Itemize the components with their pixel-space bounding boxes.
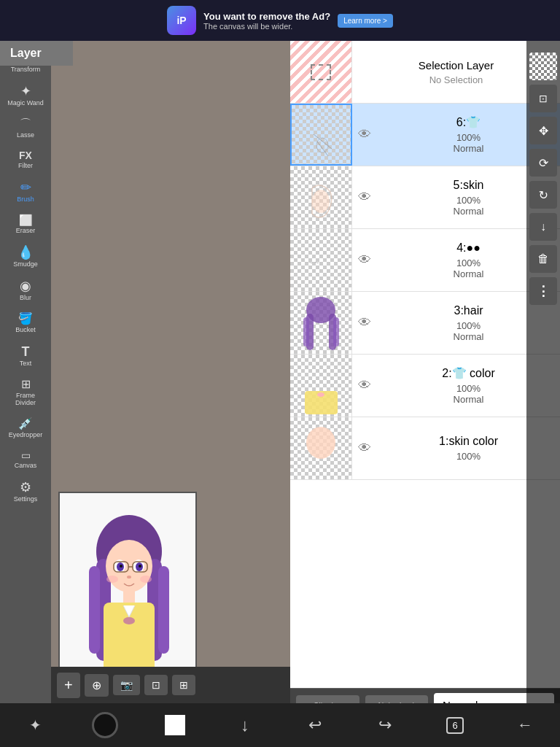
canvas-label: Canvas [15, 462, 37, 469]
layer-6-visibility-toggle[interactable]: 👁 [352, 121, 377, 148]
add-button[interactable]: + [57, 673, 80, 698]
layer-row-6[interactable]: 👁 6:👕 100% Normal [290, 104, 560, 166]
layer-5-thumb [290, 166, 352, 228]
nav-color-button[interactable] [87, 707, 123, 743]
text-label: Text [20, 360, 32, 367]
layer-row-4[interactable]: ~ ~ 👁 4:●● 100% Normal [290, 229, 560, 292]
blur-label: Blur [20, 294, 31, 301]
svg-line-23 [317, 142, 328, 156]
ad-learn-more-button[interactable]: Learn more > [338, 14, 393, 28]
tool-magic-wand[interactable]: ✦ Magic Wand [4, 80, 47, 111]
layer-2-thumb [290, 355, 352, 417]
lasso-label: Lasse [17, 131, 34, 139]
tool-settings[interactable]: ⚙ Settings [4, 476, 47, 507]
select-transform-icon[interactable]: ⊡ [529, 85, 557, 112]
smudge-label: Smudge [13, 260, 38, 268]
checker-icon[interactable] [529, 53, 557, 80]
magic-wand-icon: ✦ [20, 85, 31, 98]
lasso-icon: ⌒ [20, 118, 31, 130]
settings-icon: ⚙ [20, 481, 31, 494]
copy-button[interactable]: ⊞ [172, 675, 195, 695]
layer-1-skin [290, 417, 352, 479]
layer-5-blend: Normal [454, 206, 484, 217]
flip-icon[interactable]: ⟳ [529, 149, 557, 177]
nav-undo-button[interactable]: ↩ [297, 707, 333, 743]
trash-icon[interactable]: 🗑 [529, 245, 557, 273]
character-preview-svg [60, 493, 197, 689]
add-layer-button[interactable]: ⊕ [85, 674, 109, 697]
bottom-navigation: ✦ ↓ ↩ ↪ 6 ← [0, 703, 560, 747]
tool-lasso[interactable]: ⌒ Lasse [4, 114, 47, 143]
layer-5-name: 5:skin [454, 179, 484, 192]
blur-icon: ◉ [20, 279, 31, 293]
bucket-label: Bucket [15, 326, 36, 333]
layer-row-5[interactable]: 👁 5:skin 100% Normal [290, 166, 560, 229]
layer-2-opacity: 100% [456, 383, 481, 394]
panel-title: Layer [0, 41, 73, 66]
tool-filter[interactable]: FX Filter [4, 146, 47, 174]
color-swatch [165, 715, 185, 735]
layer-1-thumb [290, 417, 352, 479]
svg-rect-30 [303, 317, 309, 347]
svg-point-25 [312, 190, 330, 213]
filter-icon: FX [19, 150, 32, 160]
ad-icon-label: iP [176, 15, 186, 26]
tool-smudge[interactable]: 💧 Smudge [4, 241, 47, 272]
left-toolbar: ✥ Transform ✦ Magic Wand ⌒ Lasse FX Filt… [0, 41, 51, 703]
layer-row-2[interactable]: 👁 2:👕 color 100% Normal [290, 355, 560, 417]
nav-layer-count-button[interactable]: 6 [437, 707, 473, 743]
nav-back-button[interactable]: ← [507, 707, 543, 743]
layer-5-sketch [290, 166, 352, 228]
layer-4-visibility-toggle[interactable]: 👁 [352, 247, 377, 274]
layer-4-thumb: ~ ~ [290, 229, 352, 291]
layer-5-opacity: 100% [456, 195, 481, 206]
layer-row-1[interactable]: 👁 1:skin color 100% [290, 417, 560, 480]
camera-button[interactable]: 📷 [113, 675, 140, 695]
svg-point-16 [127, 576, 131, 578]
eraser-icon: ⬜ [19, 214, 33, 225]
tool-text[interactable]: T Text [4, 341, 47, 371]
eyedropper-icon: 💉 [18, 418, 33, 430]
down-arrow-icon[interactable]: ↓ [529, 213, 557, 241]
smudge-icon: 💧 [18, 246, 34, 259]
move-icon[interactable]: ✥ [529, 117, 557, 144]
preview-thumbnail [58, 492, 197, 689]
tool-bucket[interactable]: 🪣 Bucket [4, 309, 47, 338]
nav-down-button[interactable]: ↓ [227, 707, 263, 743]
layer-1-name: 1:skin color [439, 435, 498, 448]
svg-point-19 [123, 617, 135, 624]
layer-row-3[interactable]: 👁 3:hair 100% Normal [290, 292, 560, 355]
tool-frame-divider[interactable]: ⊞ Frame Divider [4, 374, 47, 411]
layer-4-sketch: ~ ~ [290, 229, 352, 291]
filter-label: Filter [18, 162, 33, 169]
svg-rect-31 [333, 317, 339, 347]
layer-1-visibility-toggle[interactable]: 👁 [352, 435, 377, 462]
svg-point-11 [120, 565, 122, 568]
layer-row-selection[interactable]: Selection Layer No Selection [290, 41, 560, 104]
tool-canvas[interactable]: ▭ Canvas [4, 446, 47, 473]
nav-star-button[interactable]: ✦ [17, 707, 53, 743]
rotate-icon[interactable]: ↺ [529, 181, 557, 209]
nav-redo-button[interactable]: ↪ [367, 707, 403, 743]
layer-4-name: 4:●● [456, 241, 481, 255]
layer-3-blend: Normal [454, 331, 484, 342]
svg-point-6 [106, 540, 152, 592]
tool-blur[interactable]: ◉ Blur [4, 275, 47, 306]
tool-eyedropper[interactable]: 💉 Eyedropper [4, 414, 47, 443]
layer-4-opacity: 100% [456, 258, 481, 268]
svg-text:~ ~: ~ ~ [308, 259, 319, 267]
layer-3-visibility-toggle[interactable]: 👁 [352, 309, 377, 336]
layer-2-visibility-toggle[interactable]: 👁 [352, 372, 377, 399]
tool-eraser[interactable]: ⬜ Eraser [4, 210, 47, 239]
selection-layer-thumb [290, 41, 352, 103]
nav-swatch-button[interactable] [157, 707, 193, 743]
layer-5-visibility-toggle[interactable]: 👁 [352, 184, 377, 211]
tool-brush[interactable]: ✏ Brush [4, 177, 47, 207]
svg-point-24 [316, 138, 328, 152]
svg-rect-5 [158, 566, 169, 654]
more-options-icon[interactable]: ⋮ [529, 277, 557, 305]
svg-point-34 [306, 427, 335, 459]
frame-button[interactable]: ⊡ [144, 675, 168, 695]
selection-layer-sub: No Selection [429, 74, 483, 85]
frame-divider-icon: ⊞ [21, 379, 31, 390]
